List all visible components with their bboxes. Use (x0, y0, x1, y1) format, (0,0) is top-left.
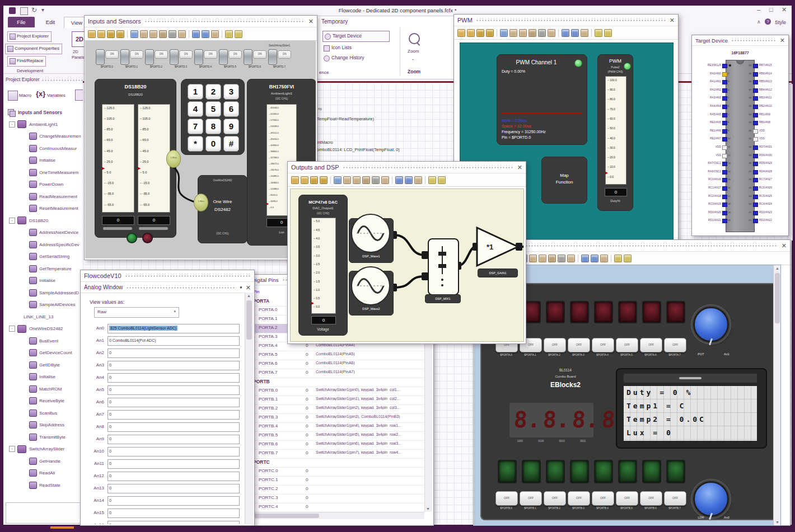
keypad-key-6[interactable]: 6 (223, 101, 239, 117)
switch-on-button-4[interactable]: ON (204, 50, 217, 59)
green-button-3[interactable] (570, 460, 589, 483)
inputs-panel-titlebar[interactable]: Inputs and Sensors ✕ (85, 16, 317, 27)
switch-slider-1[interactable] (120, 49, 129, 65)
help-icon[interactable]: ? (765, 18, 771, 25)
toolbar-icon[interactable] (159, 30, 167, 38)
tree-item[interactable]: AddressSpecificDev (3, 239, 83, 251)
toolbar-icon[interactable] (372, 176, 380, 184)
pot-knob[interactable] (693, 307, 729, 342)
tree-item[interactable]: ChangeMeasuremen (3, 130, 83, 142)
tree-item[interactable]: ReadMeasurement (3, 191, 83, 203)
pin-row[interactable]: PORTB.30SwitchArraySlider1(pin3), ComboB… (250, 413, 424, 423)
target-panel-titlebar[interactable]: Target Device ✕ (692, 35, 788, 46)
toolbar-icon[interactable] (581, 29, 588, 37)
toolbar-icon[interactable] (581, 255, 589, 262)
toolbar-icon[interactable] (476, 29, 484, 37)
analog-input-an11[interactable]: 0 (107, 459, 240, 469)
toolbar-icon[interactable] (509, 29, 517, 37)
toolbar-icon[interactable] (414, 176, 422, 184)
toolbar-icon[interactable] (116, 30, 124, 38)
toggle-portb-5[interactable]: OFF (616, 491, 638, 506)
toolbar-icon[interactable] (178, 30, 186, 38)
close-icon[interactable]: ✕ (782, 243, 787, 248)
pin-row[interactable]: PORTB.70SwitchArraySlider1(pin7), keypad… (250, 449, 424, 459)
analog-input-an15[interactable]: 0 (107, 509, 240, 518)
pin-row[interactable]: PORTA.50ComboBL0114(PinA5) (250, 351, 424, 360)
variables-tab-icon[interactable]: {x} (36, 90, 45, 98)
toolbar-icon[interactable] (343, 176, 351, 184)
tree-item[interactable]: GetTemperature (3, 263, 83, 275)
pwm-slider-block[interactable]: PWM Pulse2 (PWM CH3) ‒ 100.0‒ 90.0‒ 80.0… (597, 54, 633, 211)
pin-row[interactable]: PORTC.20 (250, 485, 424, 495)
mixer-block[interactable] (428, 238, 459, 295)
pwm-panel-titlebar[interactable]: PWM ✕ (454, 15, 678, 26)
tree-item[interactable]: Initialise (3, 371, 83, 383)
toolbar-icon[interactable] (225, 30, 233, 38)
toggle-porta-3[interactable]: OFF (568, 338, 590, 352)
analog-input-an14[interactable]: 0 (107, 496, 240, 506)
toggle-portb-2[interactable]: OFF (544, 491, 566, 506)
toolbar-icon[interactable] (548, 29, 555, 37)
toolbar-icon[interactable] (567, 255, 575, 262)
wave1-circle[interactable] (351, 214, 390, 253)
toolbar-icon[interactable] (202, 30, 209, 38)
toolbar-icon[interactable] (334, 176, 342, 184)
toolbar-icon[interactable] (614, 255, 622, 262)
map-function-block[interactable]: Map Function (541, 157, 587, 204)
analog-input-an5[interactable]: 0 (107, 385, 240, 395)
toolbar-icon[interactable] (291, 176, 299, 184)
drag-handle[interactable] (343, 165, 514, 170)
pin-row[interactable]: ⌄PORTC (250, 458, 424, 468)
analog-titlebar[interactable]: Analog Window ● ✕ (81, 282, 254, 293)
drag-handle[interactable] (144, 19, 305, 23)
tree-item[interactable]: SampleAddressedD (3, 287, 83, 299)
tree-item[interactable]: ReadAll (3, 467, 83, 479)
toolbar-icon[interactable] (310, 176, 318, 184)
drag-handle[interactable] (476, 18, 666, 22)
analog-input-an3[interactable]: 0 (107, 361, 240, 370)
wire-node-2[interactable]: 1-Wire (194, 194, 208, 211)
pin-row[interactable]: PORTC.00 (250, 467, 424, 477)
drag-handle[interactable] (126, 285, 236, 290)
toggle-portb-1[interactable]: OFF (520, 491, 542, 506)
tree-item[interactable]: ScanBus (3, 407, 83, 419)
tree-item[interactable]: -OneWireDS2482 (3, 323, 83, 335)
toolbar-icon[interactable] (97, 30, 105, 38)
tree-item[interactable]: BusEvent (3, 335, 83, 347)
close-icon[interactable]: ✕ (246, 285, 251, 290)
keypad-key-#[interactable]: # (223, 136, 239, 152)
toolbar-icon[interactable] (353, 176, 361, 184)
pwm-channel-block[interactable]: PWM Channel 1 Duty = 0.00% Mark = 0.00us… (497, 54, 587, 145)
switch-on-button-0[interactable]: ON (105, 50, 119, 59)
ds18b20-block[interactable]: DS18B20 DS18B20 ‒ 125.0‒ 105.0‒ 85.0‒ 65… (95, 79, 176, 238)
switch-on-button-5[interactable]: ON (228, 50, 242, 59)
toolbar-icon[interactable] (149, 30, 157, 38)
close-icon[interactable]: ✕ (670, 17, 675, 23)
toolbar-icon[interactable] (562, 29, 569, 37)
toggle-portb-3[interactable]: OFF (568, 491, 590, 506)
analog-input-an16[interactable]: 0 (107, 521, 240, 524)
toolbar-icon[interactable] (192, 30, 200, 38)
analog-input-an6[interactable]: 0 (107, 398, 240, 407)
ds18b20-red-button[interactable] (142, 233, 153, 243)
scale-marker[interactable]: ▶ (266, 203, 269, 206)
wave2-circle[interactable] (351, 266, 390, 305)
toolbar-icon[interactable] (539, 255, 546, 262)
toolbar-icon[interactable] (591, 255, 598, 262)
switch-slider-5[interactable] (219, 49, 228, 65)
analog-input-an8[interactable]: 0 (107, 422, 240, 432)
toggle-porta-5[interactable]: OFF (616, 338, 638, 352)
tree-item[interactable]: LINK_LINE_13 (3, 311, 83, 323)
macro-tab-label[interactable]: Macro (19, 93, 31, 98)
toolbar-icon[interactable] (500, 29, 508, 37)
keypad-key-9[interactable]: 9 (223, 119, 239, 134)
switch-slider-7[interactable] (268, 49, 277, 65)
pin-row[interactable]: PORTB.00SwitchArraySlider1(pin0), keypad… (250, 387, 424, 396)
restore-button[interactable]: □ (769, 6, 773, 13)
drag-handle[interactable] (125, 274, 251, 278)
macro-tab-icon[interactable] (8, 91, 18, 101)
tree-item[interactable]: AddressNextDevice (3, 227, 83, 238)
switch-on-button-6[interactable]: ON (253, 50, 266, 59)
toolbar-icon[interactable] (529, 255, 537, 262)
toolbar-icon[interactable] (457, 29, 465, 37)
